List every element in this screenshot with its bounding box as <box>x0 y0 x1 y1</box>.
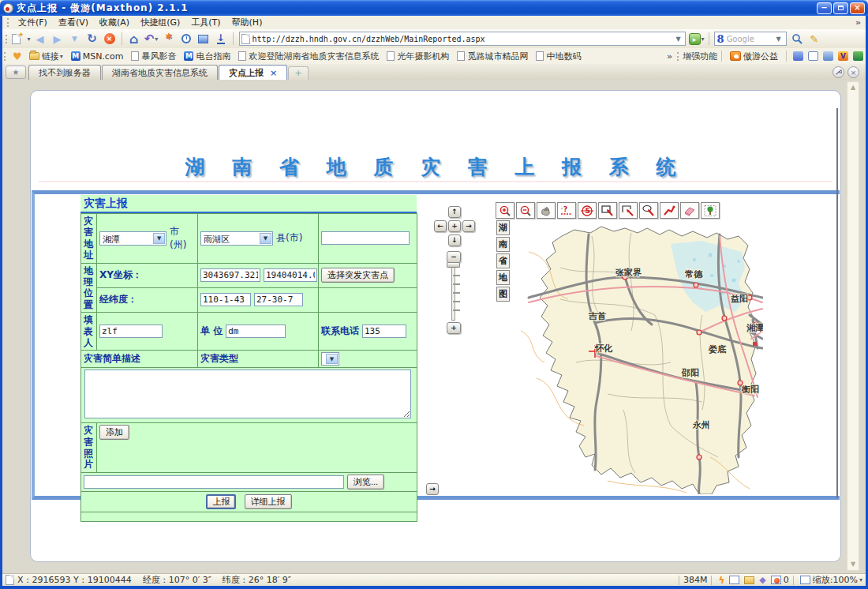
home-button[interactable]: ⌂ <box>126 31 142 47</box>
zoom-in-step-button[interactable]: + <box>447 322 461 334</box>
map-circle-select-button[interactable] <box>639 202 658 219</box>
new-page-button[interactable]: ✦▾ <box>12 31 31 47</box>
map-rect-select-button[interactable] <box>598 202 617 219</box>
pan-center-button[interactable]: + <box>448 220 461 232</box>
menu-item[interactable]: 帮助(H) <box>226 16 268 29</box>
page-scrollbar[interactable]: ▲ ▼ <box>847 81 859 571</box>
y-coordinate-input[interactable] <box>264 268 317 282</box>
close-button[interactable]: × <box>850 2 865 14</box>
zoom-slider-handle[interactable] <box>447 262 460 268</box>
tab-tools-button[interactable] <box>832 66 844 78</box>
window-icon[interactable] <box>808 51 818 61</box>
adblock-icon[interactable] <box>771 576 781 584</box>
undo-button[interactable]: ↶▾ <box>144 31 159 47</box>
refresh-button[interactable]: ↻ <box>84 31 100 47</box>
map-layer-tree-button[interactable] <box>701 202 720 219</box>
menu-overflow-chevron[interactable]: » <box>855 17 861 28</box>
boost-icon[interactable]: ϟ <box>718 575 724 586</box>
x-coordinate-input[interactable] <box>200 268 260 282</box>
game-icon[interactable] <box>853 51 863 61</box>
v-badge-icon[interactable]: V <box>838 51 848 61</box>
tab-inactive[interactable]: 湖南省地质灾害信息系统 <box>102 65 218 80</box>
user-icon[interactable] <box>793 51 803 61</box>
map-canvas[interactable]: 张家界常德益阳吉首怀化湘潭娄底邵阳衡阳永州 <box>513 220 763 494</box>
pan-down-button[interactable]: ↓ <box>448 234 461 246</box>
url-dropdown-icon[interactable]: ▼ <box>673 36 683 43</box>
map-eraser-button[interactable] <box>680 202 699 219</box>
url-input[interactable]: http://dzzh.hndh.gov.cn/dzzhWeb/MainRepo… <box>250 35 674 43</box>
enhance-features-link[interactable]: 增强功能 <box>683 51 717 62</box>
phone-input[interactable] <box>362 325 406 338</box>
map-zoom-in-button[interactable] <box>496 202 514 219</box>
panel-collapse-button[interactable]: → <box>426 483 439 495</box>
detail-report-button[interactable]: 详细上报 <box>245 494 292 509</box>
bookmark-item[interactable]: 光年摄影机构 <box>387 51 449 62</box>
bookmark-item[interactable]: MMSN.com <box>71 51 124 62</box>
county-select[interactable]: 雨湖区▼ <box>200 231 273 246</box>
download-button[interactable]: ↓ <box>213 31 229 47</box>
pan-left-button[interactable]: ← <box>434 220 447 232</box>
magic-fill-button[interactable]: * <box>161 31 177 47</box>
scroll-up-icon[interactable]: ▲ <box>847 82 859 93</box>
favorites-heart-icon[interactable]: ♥ <box>13 51 22 62</box>
tab-active[interactable]: 灾点上报× <box>219 65 287 80</box>
description-textarea[interactable] <box>84 370 411 418</box>
search-button[interactable] <box>789 31 805 47</box>
bookmarks-overflow-chevron[interactable]: » <box>667 51 672 62</box>
tab-list-star-button[interactable]: ★ <box>6 66 26 79</box>
menu-item[interactable]: 快捷组(G) <box>135 16 185 29</box>
search-dropdown-icon[interactable]: ▼ <box>773 36 783 43</box>
city-select[interactable]: 湘潭▼ <box>99 231 166 246</box>
minimize-button[interactable]: − <box>817 2 832 14</box>
bookmark-item[interactable]: 暴风影音 <box>131 51 176 62</box>
go-button[interactable]: ▸▾ <box>689 31 705 47</box>
disaster-type-select[interactable]: ▼ <box>321 352 339 366</box>
bookmark-item[interactable]: M电台指南 <box>184 51 230 62</box>
bookmark-item[interactable]: 觅路城市精品网 <box>457 51 528 62</box>
tab-inactive[interactable]: 找不到服务器 <box>28 65 101 80</box>
longitude-input[interactable] <box>200 293 251 306</box>
back-button[interactable]: ◀ <box>32 31 48 47</box>
pan-right-button[interactable]: → <box>462 220 475 232</box>
zoom-level[interactable]: 缩放:100% <box>813 574 858 586</box>
tab-close-icon[interactable]: × <box>270 68 277 78</box>
latitude-input[interactable] <box>254 293 303 306</box>
menu-item[interactable]: 收藏(A) <box>94 16 135 29</box>
reporter-name-input[interactable] <box>99 325 163 338</box>
maxthon-charity-link[interactable]: 傲游公益 <box>730 51 778 62</box>
zoom-out-step-button[interactable]: − <box>447 251 461 263</box>
restore-button[interactable] <box>833 2 848 14</box>
bookmark-item[interactable]: 欢迎登陆湖南省地质灾害信息系统 <box>238 51 379 62</box>
bookmark-folder-links[interactable]: 链接 ▾ <box>29 51 63 62</box>
map-rect-deselect-button[interactable] <box>619 202 638 219</box>
map-full-extent-button[interactable]: S <box>578 202 597 219</box>
address-bar[interactable]: http://dzzh.hndh.gov.cn/dzzhWeb/MainRepo… <box>239 32 686 46</box>
map-draw-line-button[interactable] <box>660 202 679 219</box>
capture-button[interactable] <box>196 31 211 47</box>
menu-item[interactable]: 工具(T) <box>185 16 226 29</box>
menu-item[interactable]: 查看(V) <box>53 16 94 29</box>
forward-button[interactable]: ▶ <box>50 31 65 47</box>
unit-input[interactable] <box>226 325 286 338</box>
browse-button[interactable]: 浏览... <box>347 475 384 490</box>
address-detail-input[interactable] <box>321 231 410 245</box>
notes-icon[interactable] <box>823 51 833 61</box>
menu-item[interactable]: 文件(F) <box>13 16 53 29</box>
pan-up-button[interactable]: ↑ <box>448 206 461 218</box>
highlight-button[interactable]: ✎ <box>806 31 822 47</box>
new-tab-button[interactable]: + <box>288 66 309 80</box>
scroll-down-icon[interactable]: ▼ <box>847 559 859 570</box>
history-button[interactable] <box>178 31 194 47</box>
stop-button[interactable]: × <box>102 31 118 47</box>
zoom-window-icon[interactable] <box>800 576 810 584</box>
photo-file-input[interactable] <box>84 475 344 489</box>
search-bar[interactable]: 8 Google ▼ <box>714 32 787 46</box>
folder-icon[interactable] <box>744 576 754 584</box>
bookmark-item[interactable]: 中地数码 <box>536 51 581 62</box>
history-dropdown-button[interactable]: ▼ <box>67 31 83 47</box>
search-input[interactable]: Google <box>727 35 774 43</box>
map-measure-button[interactable]: ? <box>557 202 576 219</box>
layers-icon[interactable] <box>729 576 739 584</box>
map-pan-button[interactable] <box>537 202 556 219</box>
close-tab-button[interactable]: × <box>847 66 859 78</box>
